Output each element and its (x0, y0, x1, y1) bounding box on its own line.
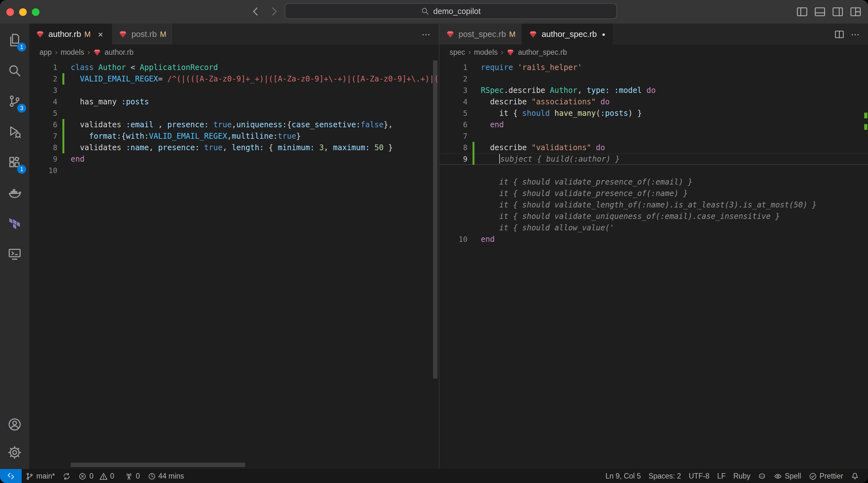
tab-author_spec.rb[interactable]: author_spec.rb● (523, 24, 612, 44)
activity-docker[interactable] (0, 178, 29, 208)
line-number (439, 176, 467, 188)
line-number: 10 (29, 165, 57, 176)
code-line[interactable]: 2 VALID_EMAIL_REGEX= /^(|(([A-Za-z0-9]+_… (29, 73, 439, 85)
more-actions-button[interactable]: ⋯ (851, 29, 860, 39)
ruby-icon (446, 30, 455, 38)
terraform-icon (8, 216, 22, 230)
status-indentation[interactable]: Spaces: 2 (645, 469, 685, 483)
tab-post.rb[interactable]: post.rbM (113, 24, 174, 44)
code-line[interactable] (439, 165, 868, 176)
code-line[interactable]: 2 (439, 73, 868, 85)
back-button[interactable] (250, 6, 261, 17)
status-timer-status[interactable]: 44 mins (144, 469, 188, 483)
command-center-text: demo_copilot (433, 7, 481, 15)
activity-source-control[interactable]: 3 (0, 86, 29, 117)
status-remote-indicator[interactable] (0, 469, 22, 483)
code-line[interactable]: 8 describe "validations" do (439, 142, 868, 153)
tab-label: author.rb (49, 29, 81, 39)
code-line[interactable]: 4 has_many :posts (29, 96, 439, 107)
code-line[interactable]: 9 subject { build(:author) } (439, 153, 868, 165)
line-number: 1 (439, 62, 467, 73)
code-line[interactable]: 8 validates :name, presence: true, lengt… (29, 142, 439, 153)
split-editor-button[interactable] (834, 29, 844, 39)
code-line[interactable]: 3 (29, 85, 439, 96)
status-eol[interactable]: LF (713, 469, 730, 483)
code-text: RSpec.describe Author, type: :model do (474, 85, 656, 96)
more-actions-button[interactable]: ⋯ (422, 29, 431, 39)
tab-author.rb[interactable]: author.rbM× (29, 24, 113, 44)
activity-account[interactable] (0, 411, 29, 439)
status-language-mode[interactable]: Ruby (730, 469, 754, 483)
code-line[interactable]: 6 validates :email , presence: true,uniq… (29, 119, 439, 130)
code-line[interactable]: 4 describe "associations" do (439, 96, 868, 107)
code-line[interactable]: 1class Author < ApplicationRecord (29, 62, 439, 73)
line-number: 5 (29, 107, 57, 119)
status-problems-status[interactable]: 00 (75, 469, 121, 483)
vertical-scrollbar[interactable] (433, 60, 437, 379)
minimize-window-button[interactable] (19, 8, 27, 16)
line-number: 7 (29, 130, 57, 142)
horizontal-scrollbar[interactable] (71, 463, 245, 467)
code-line[interactable]: 3RSpec.describe Author, type: :model do (439, 85, 868, 96)
close-tab-icon[interactable]: × (96, 29, 105, 39)
zoom-window-button[interactable] (32, 8, 39, 16)
forward-button[interactable] (269, 6, 280, 17)
activity-search[interactable] (0, 55, 29, 86)
layout-panel-button[interactable] (814, 6, 826, 18)
code-line[interactable]: 10end (439, 233, 868, 245)
code-line[interactable]: it { should validate_length_of(:name).is… (439, 199, 868, 211)
code-line[interactable]: 5 it { should have_many(:posts) } (439, 107, 868, 119)
tab-label: post.rb (131, 29, 157, 39)
status-notifications[interactable] (847, 469, 863, 483)
line-number: 4 (29, 96, 57, 107)
status-count: 0 (110, 472, 114, 480)
docker-icon (8, 186, 22, 200)
activity-terraform[interactable] (0, 208, 29, 238)
activity-run-debug[interactable] (0, 117, 29, 147)
activity-settings[interactable] (0, 439, 29, 466)
status-spell-checker[interactable]: Spell (770, 469, 805, 483)
code-line[interactable]: 7 (439, 130, 868, 142)
code-line[interactable]: it { should validate_presence_of(:name) … (439, 188, 868, 199)
code-line[interactable]: it { should allow_value(' (439, 222, 868, 233)
activity-extensions[interactable]: 1 (0, 147, 29, 178)
code-line[interactable]: 10 (29, 165, 439, 176)
line-number: 2 (439, 73, 467, 85)
status-label: Prettier (819, 472, 843, 480)
layout-custom-button[interactable] (849, 6, 862, 18)
code-line[interactable]: it { should validate_presence_of(:email)… (439, 176, 868, 188)
layout-sidebar-button[interactable] (796, 6, 808, 18)
command-center[interactable]: demo_copilot (285, 3, 617, 19)
editor-right[interactable]: 1require 'rails_helper'23RSpec.describe … (439, 60, 868, 469)
tab-post_spec.rb[interactable]: post_spec.rbM (439, 24, 523, 44)
breadcrumb-item[interactable]: author.rb (93, 48, 134, 56)
status-sync-status[interactable] (59, 469, 75, 483)
layout-sidebar-right-button[interactable] (832, 6, 844, 18)
code-line[interactable]: 1require 'rails_helper' (439, 62, 868, 73)
status-ports-status[interactable]: 0 (121, 469, 144, 483)
ruby-icon (36, 30, 44, 38)
breadcrumb-item[interactable]: models (61, 49, 84, 56)
breadcrumb-item[interactable]: app (39, 49, 52, 56)
activity-explorer[interactable]: 1 (0, 25, 29, 55)
status-prettier-status[interactable]: Prettier (805, 469, 847, 483)
line-number: 8 (439, 142, 467, 153)
close-window-button[interactable] (6, 8, 14, 16)
status-cursor-position[interactable]: Ln 9, Col 5 (601, 469, 645, 483)
status-branch-status[interactable]: main* (22, 469, 59, 483)
code-line[interactable]: 7 format:{with:VALID_EMAIL_REGEX,multili… (29, 130, 439, 142)
code-line[interactable]: it { should validate_uniqueness_of(:emai… (439, 211, 868, 222)
code-line[interactable]: 9end (29, 153, 439, 165)
editor-left[interactable]: 1class Author < ApplicationRecord2 VALID… (29, 60, 439, 469)
ports-icon (125, 472, 133, 480)
line-number (439, 188, 467, 199)
activity-remote-explorer[interactable] (0, 238, 29, 269)
status-copilot-status[interactable] (754, 469, 770, 483)
breadcrumb-item[interactable]: author_spec.rb (506, 48, 567, 56)
code-text (474, 165, 481, 176)
code-line[interactable]: 6 end (439, 119, 868, 130)
status-encoding[interactable]: UTF-8 (685, 469, 713, 483)
code-line[interactable]: 5 (29, 107, 439, 119)
breadcrumb-item[interactable]: models (474, 49, 498, 56)
breadcrumb-item[interactable]: spec (450, 49, 465, 56)
